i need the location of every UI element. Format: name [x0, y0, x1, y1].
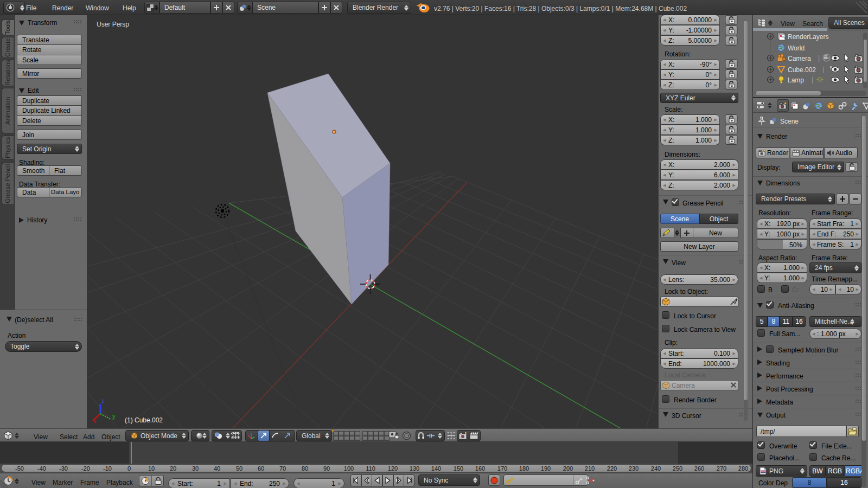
svg-text:z: z — [101, 397, 105, 404]
svg-text:x: x — [93, 418, 97, 425]
svg-text:y: y — [112, 413, 116, 420]
